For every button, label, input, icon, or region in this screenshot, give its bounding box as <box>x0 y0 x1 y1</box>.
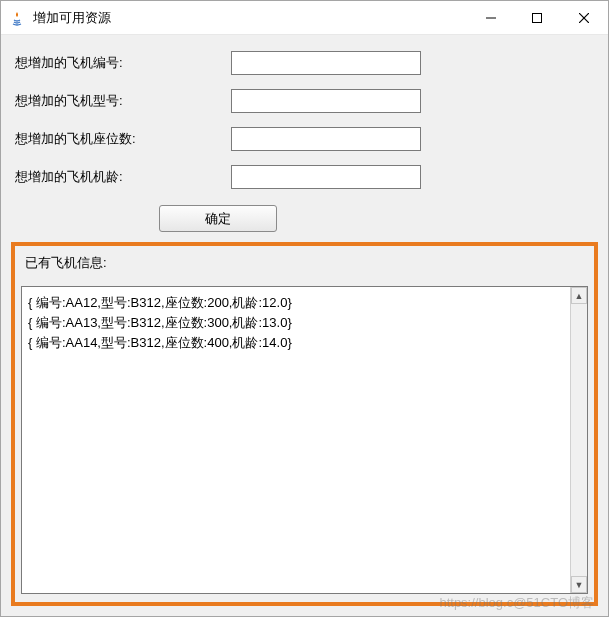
row-plane-model: 想增加的飞机型号: <box>11 89 598 113</box>
label-plane-model: 想增加的飞机型号: <box>11 92 231 110</box>
submit-row: 确定 <box>11 205 598 232</box>
existing-textarea[interactable]: { 编号:AA12,型号:B312,座位数:200,机龄:12.0} { 编号:… <box>21 286 588 594</box>
input-plane-model[interactable] <box>231 89 421 113</box>
existing-label: 已有飞机信息: <box>21 254 588 272</box>
close-button[interactable] <box>560 1 608 34</box>
label-plane-age: 想增加的飞机机龄: <box>11 168 231 186</box>
minimize-button[interactable] <box>468 1 514 34</box>
submit-button[interactable]: 确定 <box>159 205 277 232</box>
row-plane-age: 想增加的飞机机龄: <box>11 165 598 189</box>
app-window: 增加可用资源 想增加的飞机编号: 想增加的飞机型号: 想增加的飞机座位数: <box>0 0 609 617</box>
input-plane-age[interactable] <box>231 165 421 189</box>
svg-rect-1 <box>533 13 542 22</box>
client-area: 想增加的飞机编号: 想增加的飞机型号: 想增加的飞机座位数: 想增加的飞机机龄:… <box>1 35 608 616</box>
row-plane-id: 想增加的飞机编号: <box>11 51 598 75</box>
java-icon <box>9 10 25 26</box>
existing-section: 已有飞机信息: { 编号:AA12,型号:B312,座位数:200,机龄:12.… <box>11 242 598 606</box>
window-title: 增加可用资源 <box>33 9 468 27</box>
existing-content: { 编号:AA12,型号:B312,座位数:200,机龄:12.0} { 编号:… <box>22 287 570 593</box>
titlebar: 增加可用资源 <box>1 1 608 35</box>
scrollbar-vertical[interactable]: ▲ ▼ <box>570 287 587 593</box>
window-controls <box>468 1 608 34</box>
row-plane-seats: 想增加的飞机座位数: <box>11 127 598 151</box>
scroll-up-button[interactable]: ▲ <box>571 287 587 304</box>
scroll-down-button[interactable]: ▼ <box>571 576 587 593</box>
label-plane-seats: 想增加的飞机座位数: <box>11 130 231 148</box>
maximize-button[interactable] <box>514 1 560 34</box>
input-plane-seats[interactable] <box>231 127 421 151</box>
input-plane-id[interactable] <box>231 51 421 75</box>
label-plane-id: 想增加的飞机编号: <box>11 54 231 72</box>
